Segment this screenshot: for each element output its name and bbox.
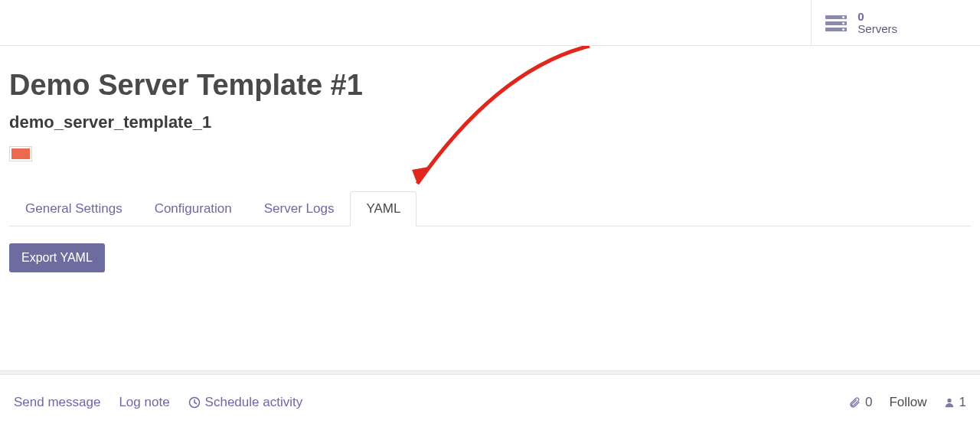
- tab-configuration[interactable]: Configuration: [139, 191, 248, 226]
- tab-body-yaml: Export YAML: [9, 226, 971, 272]
- topbar: 0 Servers: [0, 0, 980, 46]
- server-icon: [825, 15, 847, 31]
- stat-servers[interactable]: 0 Servers: [811, 0, 911, 46]
- color-chip-swatch: [11, 148, 30, 159]
- bottombar-left: Send message Log note Schedule activity: [14, 395, 302, 410]
- attachments-button[interactable]: 0: [848, 395, 872, 410]
- page-title: Demo Server Template #1: [9, 69, 971, 102]
- tab-server-logs[interactable]: Server Logs: [248, 191, 351, 226]
- stat-count: 0: [858, 11, 897, 22]
- user-icon: [944, 397, 955, 408]
- clock-icon: [188, 396, 201, 409]
- tab-yaml[interactable]: YAML: [350, 191, 416, 226]
- send-message-link[interactable]: Send message: [14, 395, 100, 410]
- tabs: General Settings Configuration Server Lo…: [9, 191, 971, 226]
- color-chip[interactable]: [9, 146, 32, 161]
- tab-general-settings[interactable]: General Settings: [9, 191, 139, 226]
- export-yaml-button[interactable]: Export YAML: [9, 243, 105, 272]
- log-note-link[interactable]: Log note: [119, 395, 169, 410]
- svg-point-2: [947, 399, 951, 402]
- stat-label: Servers: [858, 22, 897, 35]
- stat-text: 0 Servers: [858, 11, 897, 35]
- bottombar-right: 0 Follow 1: [848, 395, 966, 410]
- paperclip-icon: [848, 396, 861, 409]
- content: Demo Server Template #1 demo_server_temp…: [0, 46, 980, 272]
- follower-count: 1: [959, 395, 966, 410]
- attachment-count: 0: [865, 395, 872, 410]
- schedule-activity-label: Schedule activity: [205, 395, 303, 410]
- follow-button[interactable]: Follow: [889, 395, 926, 410]
- page-subtitle: demo_server_template_1: [9, 112, 971, 132]
- schedule-activity-link[interactable]: Schedule activity: [188, 395, 303, 410]
- followers-button[interactable]: 1: [944, 395, 966, 410]
- bottombar: Send message Log note Schedule activity …: [0, 375, 980, 430]
